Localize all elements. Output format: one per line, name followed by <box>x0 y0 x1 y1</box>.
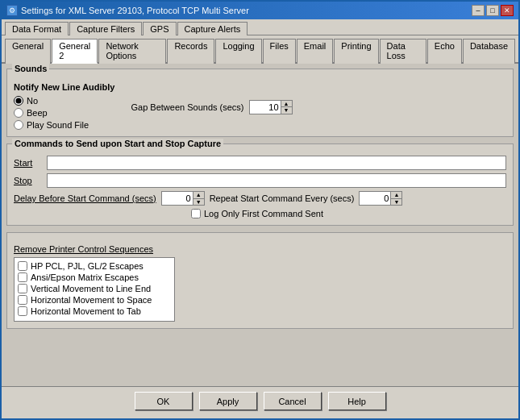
stop-label: Stop <box>14 176 42 185</box>
radio-play-sound-input[interactable] <box>14 120 23 130</box>
radio-no-input[interactable] <box>14 96 23 106</box>
tab-general[interactable]: General <box>5 39 51 64</box>
delay-up-arrow[interactable]: ▲ <box>193 192 204 199</box>
tab-capture-alerts[interactable]: Capture Alerts <box>177 22 248 35</box>
tab-strip-bottom: General General 2 Network Options Record… <box>2 35 518 64</box>
main-window: ⚙ Settings for XML Server 29103, Protoco… <box>0 0 520 420</box>
notify-group: Notify New Line Audibly No Beep Play Sou… <box>14 82 115 130</box>
tab-data-loss[interactable]: Data Loss <box>380 39 426 64</box>
minimize-button[interactable]: – <box>472 5 485 16</box>
tab-gps[interactable]: GPS <box>143 22 176 35</box>
printer-label-4: Horizontal Movement to Tab <box>31 306 141 316</box>
printer-check-3[interactable] <box>18 295 27 305</box>
printer-label-0: HP PCL, PJL, GL/2 Escapes <box>31 261 144 271</box>
printer-check-2[interactable] <box>18 284 27 293</box>
printer-check-4[interactable] <box>18 306 27 316</box>
log-only-row: Log Only First Command Sent <box>14 209 506 218</box>
commands-group-title: Commands to Send upon Start and Stop Cap… <box>12 139 223 148</box>
tab-capture-filters[interactable]: Capture Filters <box>69 22 142 35</box>
title-bar: ⚙ Settings for XML Server 29103, Protoco… <box>2 2 518 19</box>
repeat-label: Repeat Start Command Every (secs) <box>210 193 355 203</box>
radio-no-label: No <box>27 96 38 106</box>
tab-database[interactable]: Database <box>463 39 515 64</box>
printer-label-2: Vertical Movement to Line End <box>31 284 151 293</box>
gap-sounds-up-arrow[interactable]: ▲ <box>281 101 292 108</box>
tab-printing[interactable]: Printing <box>334 39 378 64</box>
content-area: Sounds Notify New Line Audibly No Beep P… <box>2 64 518 389</box>
delay-spinner[interactable]: ▲ ▼ <box>161 191 205 206</box>
stop-command-row: Stop <box>14 173 506 188</box>
start-command-input[interactable] <box>47 156 506 170</box>
printer-item-2: Vertical Movement to Line End <box>18 284 171 293</box>
delay-label: Delay Before Start Command (secs) <box>14 193 156 203</box>
tab-records[interactable]: Records <box>167 39 214 64</box>
printer-title: Remove Printer Control Sequences <box>14 244 506 254</box>
printer-label-1: Ansi/Epson Matrix Escapes <box>31 272 139 282</box>
commands-section: Start Stop Delay Before Start Command (s… <box>14 149 506 218</box>
log-only-label: Log Only First Command Sent <box>204 209 323 218</box>
apply-button[interactable]: Apply <box>199 392 257 410</box>
radio-play-sound-label: Play Sound File <box>27 120 89 130</box>
cancel-button[interactable]: Cancel <box>264 392 322 410</box>
radio-play-sound[interactable]: Play Sound File <box>14 120 115 130</box>
tab-general2[interactable]: General 2 <box>52 39 98 64</box>
repeat-up-arrow[interactable]: ▲ <box>391 192 401 199</box>
printer-label-3: Horizontal Movement to Space <box>31 295 152 305</box>
printer-list: HP PCL, PJL, GL/2 Escapes Ansi/Epson Mat… <box>14 257 175 322</box>
tab-echo[interactable]: Echo <box>427 39 462 64</box>
sounds-section: Notify New Line Audibly No Beep Play Sou… <box>14 74 506 130</box>
gap-sounds-row: Gap Between Sounds (secs) ▲ ▼ <box>131 82 293 130</box>
printer-check-1[interactable] <box>18 272 27 282</box>
sounds-group-title: Sounds <box>12 64 49 73</box>
repeat-input[interactable] <box>359 191 391 206</box>
stop-command-input[interactable] <box>47 173 506 188</box>
tab-email[interactable]: Email <box>297 39 334 64</box>
gap-sounds-label: Gap Between Sounds (secs) <box>131 102 244 112</box>
radio-beep[interactable]: Beep <box>14 108 115 118</box>
radio-no[interactable]: No <box>14 96 115 106</box>
start-label: Start <box>14 158 42 168</box>
printer-check-0[interactable] <box>18 261 27 271</box>
help-button[interactable]: Help <box>328 392 386 410</box>
sounds-group: Sounds Notify New Line Audibly No Beep P… <box>6 69 514 137</box>
delay-input[interactable] <box>161 191 193 206</box>
ok-button[interactable]: OK <box>135 392 193 410</box>
printer-item-1: Ansi/Epson Matrix Escapes <box>18 272 171 282</box>
start-command-row: Start <box>14 156 506 170</box>
printer-item-3: Horizontal Movement to Space <box>18 295 171 305</box>
title-controls: – □ ✕ <box>472 5 514 16</box>
repeat-down-arrow[interactable]: ▼ <box>391 199 401 206</box>
delay-spinner-btn[interactable]: ▲ ▼ <box>193 191 205 206</box>
commands-group: Commands to Send upon Start and Stop Cap… <box>6 143 514 226</box>
notify-label: Notify New Line Audibly <box>14 82 115 92</box>
app-icon: ⚙ <box>6 5 18 16</box>
printer-section: Remove Printer Control Sequences HP PCL,… <box>14 238 506 322</box>
close-button[interactable]: ✕ <box>501 5 514 16</box>
gap-sounds-down-arrow[interactable]: ▼ <box>281 107 292 114</box>
printer-group: Remove Printer Control Sequences HP PCL,… <box>6 232 514 329</box>
repeat-spinner-btn[interactable]: ▲ ▼ <box>391 191 402 206</box>
tab-data-format[interactable]: Data Format <box>5 22 69 35</box>
tab-strip-top: Data Format Capture Filters GPS Capture … <box>2 19 518 35</box>
tab-network-options[interactable]: Network Options <box>98 39 166 64</box>
gap-sounds-spinner[interactable]: ▲ ▼ <box>249 100 293 114</box>
window-title: Settings for XML Server 29103, Protocol … <box>21 6 249 15</box>
delay-row: Delay Before Start Command (secs) ▲ ▼ Re… <box>14 191 506 206</box>
printer-item-0: HP PCL, PJL, GL/2 Escapes <box>18 261 171 271</box>
radio-beep-label: Beep <box>27 108 48 118</box>
tab-files[interactable]: Files <box>263 39 296 64</box>
printer-item-4: Horizontal Movement to Tab <box>18 306 171 316</box>
log-only-checkbox[interactable] <box>191 209 201 218</box>
bottom-bar: OK Apply Cancel Help <box>2 386 518 418</box>
maximize-button[interactable]: □ <box>486 5 499 16</box>
title-bar-left: ⚙ Settings for XML Server 29103, Protoco… <box>6 5 249 16</box>
radio-beep-input[interactable] <box>14 108 23 118</box>
delay-down-arrow[interactable]: ▼ <box>193 199 204 206</box>
repeat-spinner[interactable]: ▲ ▼ <box>359 191 402 206</box>
gap-sounds-input[interactable] <box>249 100 281 114</box>
gap-sounds-spinner-btn[interactable]: ▲ ▼ <box>281 100 293 114</box>
tab-logging[interactable]: Logging <box>215 39 261 64</box>
